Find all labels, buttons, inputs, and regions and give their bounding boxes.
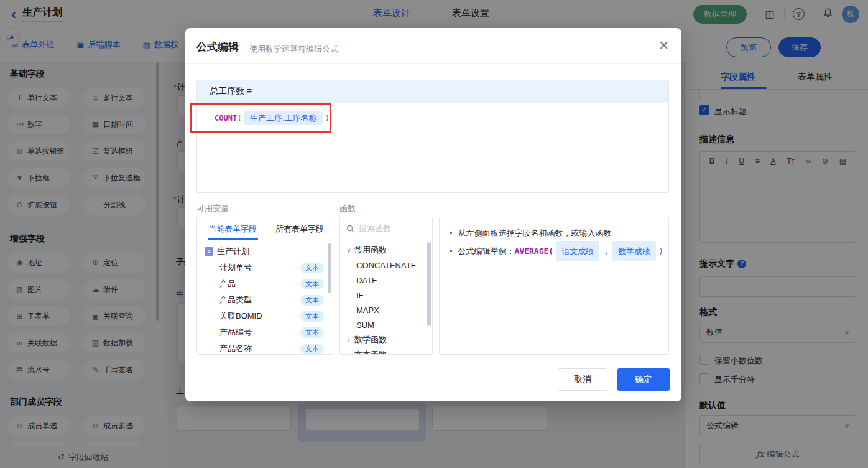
close-icon[interactable]: ✕ [658,38,669,53]
active-tab-indicator [208,238,258,240]
cancel-button[interactable]: 取消 [558,368,607,391]
function-group-math[interactable]: ›数学函数 [340,332,432,347]
variable-tree-root[interactable]: ≡生产计划 [197,243,333,260]
help-example-line: •公式编辑举例：AVERAGE(语文成绩，数学成绩) [450,241,658,261]
type-badge: 文本 [300,279,324,289]
example-chip: 数学成绩 [612,241,656,261]
modal-subtitle: 使用数学运算符编辑公式 [249,44,338,55]
modal-footer: 取消 确定 [185,368,681,391]
formula-edit-modal: 公式编辑 使用数学运算符编辑公式 ✕ 总工序数 = COUNT(生产工序.工序名… [185,28,681,401]
example-chip: 语文成绩 [556,241,599,261]
formula-expression: COUNT(生产工序.工序名称) [197,103,668,125]
modal-header: 公式编辑 使用数学运算符编辑公式 ✕ [185,28,681,64]
chevron-right-icon: › [345,351,353,355]
functions-label: 函数 [339,203,356,214]
function-name: COUNT [215,114,237,123]
chevron-right-icon: › [345,336,353,344]
confirm-button[interactable]: 确定 [617,368,670,391]
chevron-down-icon: ∨ [345,246,353,255]
variables-label: 可用变量 [196,203,229,214]
search-placeholder: 搜索函数 [359,223,391,234]
variable-row[interactable]: 产品名称文本 [197,340,333,355]
variables-tabs: 当前表单字段 所有表单字段 [197,217,333,240]
type-badge: 文本 [300,295,324,306]
function-item[interactable]: SUM [340,317,432,332]
formula-target: 总工序数 = [197,80,668,103]
function-item[interactable]: CONCATENATE [340,258,432,273]
variable-row[interactable]: 计划单号文本 [197,260,333,276]
type-badge: 文本 [300,311,324,322]
functions-panel: 搜索函数 ∨常用函数 CONCATENATE DATE IF MAPX SUM … [339,217,433,355]
variable-row[interactable]: 产品文本 [197,276,333,292]
type-badge: 文本 [300,344,324,354]
function-item[interactable]: DATE [340,273,432,288]
type-badge: 文本 [300,263,324,273]
variable-row[interactable]: 关联BOMID文本 [197,308,333,324]
function-search[interactable]: 搜索函数 [340,217,432,240]
app-root: ‹ 生产计划 表单设计 表单设置 数据管理 ◫ ? 检 ∞表单外链 ▣后端脚本 … [0,0,868,468]
function-item[interactable]: IF [340,288,432,302]
help-line: •从左侧面板选择字段名和函数，或输入函数 [450,225,658,241]
tab-current-form-fields[interactable]: 当前表单字段 [208,223,257,235]
function-item[interactable]: MAPX [340,302,432,317]
formula-help-panel: •从左侧面板选择字段名和函数，或输入函数 •公式编辑举例：AVERAGE(语文成… [439,217,669,355]
type-badge: 文本 [300,327,324,338]
form-doc-icon: ≡ [205,247,213,256]
scrollbar-thumb[interactable] [427,242,431,326]
function-group-text[interactable]: ›文本函数 [340,347,432,355]
formula-editor[interactable]: 总工序数 = COUNT(生产工序.工序名称) [196,80,669,193]
example-function-name: AVERAGE( [515,246,554,256]
search-icon [346,225,354,233]
modal-title: 公式编辑 [196,40,239,54]
variable-row[interactable]: 产品类型文本 [197,292,333,308]
variables-panel: 当前表单字段 所有表单字段 ≡生产计划 计划单号文本 产品文本 产品类型文本 关… [196,217,333,355]
scrollbar-thumb[interactable] [328,243,331,293]
tab-all-form-fields[interactable]: 所有表单字段 [275,223,324,235]
function-group-common[interactable]: ∨常用函数 [340,243,432,258]
variable-row[interactable]: 产品编号文本 [197,324,333,340]
field-chip[interactable]: 生产工序.工序名称 [244,111,323,125]
